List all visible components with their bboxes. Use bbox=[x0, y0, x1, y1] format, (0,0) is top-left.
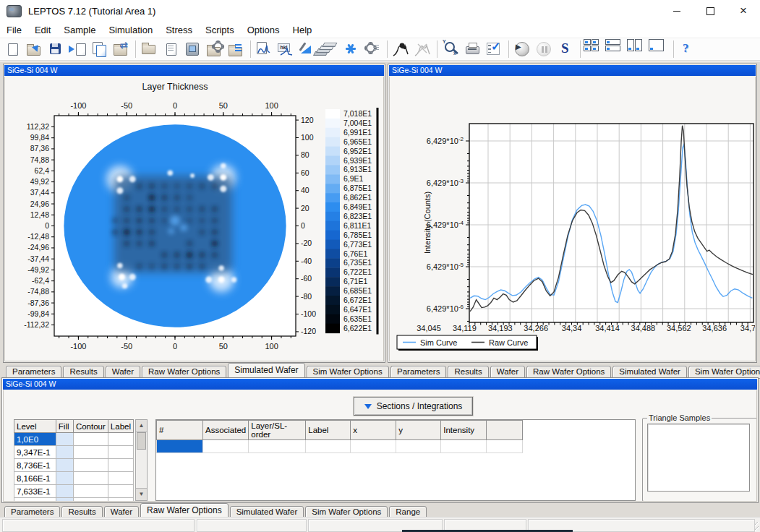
status-segment bbox=[197, 519, 307, 532]
toolbar-batch-checklist-button[interactable]: ✓ bbox=[484, 39, 505, 59]
menu-item-options[interactable]: Options bbox=[241, 23, 286, 37]
svg-text:6,429*10-5: 6,429*10-5 bbox=[427, 262, 464, 271]
toolbar-script-editor-button[interactable]: S bbox=[555, 39, 577, 59]
xrd-intensity-plot: 6,429*10-26,429*10-36,429*10-46,429*10-5… bbox=[390, 77, 756, 360]
scroll-down-icon[interactable]: ▼ bbox=[136, 488, 147, 500]
svg-text:100: 100 bbox=[265, 101, 278, 110]
sections-integrations-button[interactable]: Sections / Integrations bbox=[354, 397, 473, 416]
toolbar-tile-windows-button[interactable] bbox=[584, 39, 605, 59]
toolbar-parameters-gear-button[interactable] bbox=[362, 39, 384, 59]
toolbar-optics-configuration-button[interactable] bbox=[341, 39, 362, 59]
simulation-document-icon bbox=[254, 39, 276, 59]
svg-text:-62,4: -62,4 bbox=[32, 276, 49, 285]
svg-text:-50: -50 bbox=[121, 101, 132, 110]
svg-text:6,991E1: 6,991E1 bbox=[343, 128, 372, 137]
menu-item-simulation[interactable]: Simulation bbox=[102, 23, 159, 37]
level-row[interactable]: 8,166E-1 bbox=[14, 472, 134, 485]
toolbar-cut-curve-button[interactable] bbox=[412, 39, 434, 59]
toolbar-open-project-button[interactable] bbox=[24, 39, 46, 59]
toolbar-simulation-document-button[interactable] bbox=[254, 39, 276, 59]
level-row[interactable]: 1,0E0 bbox=[14, 433, 134, 446]
toolbar-zoom-axes-button[interactable]: Yx bbox=[440, 39, 462, 59]
menu-item-sample[interactable]: Sample bbox=[57, 23, 102, 37]
toolbar-folder-export-button[interactable] bbox=[226, 39, 247, 59]
toolbar-arrange-icons-button[interactable] bbox=[649, 39, 670, 59]
svg-text:20: 20 bbox=[301, 204, 309, 213]
menu-item-scripts[interactable]: Scripts bbox=[199, 23, 241, 37]
colorbar-swatch bbox=[325, 193, 340, 202]
colorbar-swatch bbox=[325, 231, 340, 240]
toolbar-fit-curve-button[interactable] bbox=[390, 39, 412, 59]
toolbar-run-simulation-button[interactable]: ▶ bbox=[512, 39, 534, 59]
toolbar-layers-stack-button[interactable] bbox=[319, 39, 341, 59]
colorbar-swatch bbox=[325, 277, 340, 286]
svg-text:-80: -80 bbox=[301, 292, 312, 301]
toolbar-save-button[interactable] bbox=[46, 39, 67, 59]
curves-window-titlebar[interactable]: SiGe-Si 004 W bbox=[389, 65, 756, 76]
wafer-tab-simulated-wafer[interactable]: Simulated Wafer bbox=[228, 363, 304, 379]
toolbar-hkl-reflection-button[interactable]: hkl bbox=[276, 39, 297, 59]
menu-item-file[interactable]: File bbox=[0, 23, 28, 37]
menu-item-help[interactable]: Help bbox=[286, 23, 319, 37]
colorbar-swatch bbox=[325, 184, 340, 193]
toolbar-export-project-button[interactable]: ⇄ bbox=[111, 39, 132, 59]
level-col-contour: Contour bbox=[73, 420, 108, 433]
toolbar-print-button[interactable] bbox=[462, 39, 484, 59]
fit-curve-icon bbox=[390, 39, 412, 59]
scrollbar-thumb[interactable] bbox=[137, 432, 146, 450]
y-axis-title: Intensity (Counts) bbox=[423, 192, 432, 254]
layers-stack-icon bbox=[319, 39, 341, 59]
level-row[interactable]: 7,633E-1 bbox=[14, 485, 134, 498]
toolbar-material-editor-button[interactable] bbox=[182, 39, 204, 59]
titlebar[interactable]: LEPTOS 7.12 (Tutorial Area 1) × bbox=[0, 0, 760, 22]
colorbar-swatch bbox=[325, 137, 340, 147]
svg-text:0: 0 bbox=[301, 221, 305, 230]
colorbar-swatch bbox=[325, 249, 340, 259]
toolbar-tile-vertical-button[interactable] bbox=[627, 39, 649, 59]
toolbar-draw-wafer-button[interactable] bbox=[297, 39, 319, 59]
wafer-window-titlebar[interactable]: SiGe-Si 004 W bbox=[4, 65, 384, 76]
levels-scrollbar[interactable]: ▲ ▼ bbox=[135, 419, 148, 501]
svg-text:7,004E1: 7,004E1 bbox=[343, 119, 372, 127]
toolbar-folder-browser-button[interactable] bbox=[139, 39, 161, 59]
level-col-level: Level bbox=[14, 420, 56, 433]
level-row[interactable]: 8,736E-1 bbox=[14, 459, 134, 472]
colorbar-swatch bbox=[325, 296, 340, 305]
toolbar-tile-horizontal-button[interactable] bbox=[605, 39, 627, 59]
svg-text:34,488: 34,488 bbox=[631, 324, 656, 332]
wafer-window: SiGe-Si 004 W Layer Thickness-100-100-50… bbox=[3, 64, 385, 379]
window-title: LEPTOS 7.12 (Tutorial Area 1) bbox=[28, 6, 155, 17]
toolbar-copy-window-button[interactable] bbox=[89, 39, 111, 59]
svg-text:34,045: 34,045 bbox=[417, 324, 441, 332]
scroll-up-icon[interactable]: ▲ bbox=[136, 420, 147, 432]
svg-text:6,429*10-4: 6,429*10-4 bbox=[427, 220, 464, 229]
toolbar-report-document-button[interactable] bbox=[161, 39, 182, 59]
save-icon bbox=[46, 39, 67, 59]
toolbar-folder-settings-button[interactable] bbox=[204, 39, 226, 59]
svg-text:34,193: 34,193 bbox=[488, 324, 513, 332]
toolbar-pause-simulation-button[interactable] bbox=[534, 39, 555, 59]
svg-text:100: 100 bbox=[301, 133, 314, 142]
triangle-samples-listbox[interactable] bbox=[647, 424, 750, 492]
toolbar-import-data-button[interactable] bbox=[67, 39, 89, 59]
close-button[interactable]: × bbox=[727, 0, 760, 22]
menu-item-stress[interactable]: Stress bbox=[159, 23, 199, 37]
options-window-titlebar[interactable]: SiGe-Si 004 W bbox=[3, 379, 757, 390]
level-row[interactable]: 9,347E-1 bbox=[14, 446, 134, 459]
leptos-main-window: LEPTOS 7.12 (Tutorial Area 1) × FileEdit… bbox=[0, 0, 760, 532]
menu-item-edit[interactable]: Edit bbox=[28, 23, 57, 37]
hkl-reflection-icon: hkl bbox=[276, 39, 297, 59]
svg-text:-24,96: -24,96 bbox=[27, 243, 49, 252]
minimize-button[interactable] bbox=[660, 0, 693, 22]
level-row[interactable]: 7,134E-1 bbox=[14, 498, 134, 502]
toolbar-help-button[interactable]: ? bbox=[677, 39, 699, 59]
svg-text:34,266: 34,266 bbox=[524, 324, 548, 332]
points-row[interactable] bbox=[157, 440, 523, 453]
new-document-icon bbox=[2, 39, 24, 59]
svg-text:0: 0 bbox=[173, 342, 177, 351]
maximize-button[interactable] bbox=[693, 0, 727, 22]
svg-text:6,622E1: 6,622E1 bbox=[343, 324, 372, 332]
toolbar-new-document-button[interactable] bbox=[2, 39, 24, 59]
colorbar-swatch bbox=[325, 240, 340, 249]
points-col-: # bbox=[157, 421, 203, 440]
